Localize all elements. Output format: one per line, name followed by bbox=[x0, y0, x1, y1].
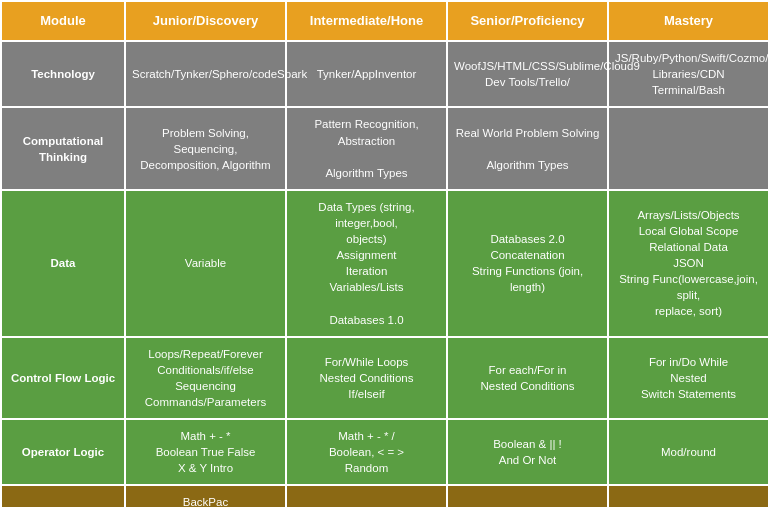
mastery-cell-computational bbox=[608, 107, 768, 189]
intermediate-cell-technology: Tynker/AppInventor bbox=[286, 41, 447, 107]
module-label-computational: Computational Thinking bbox=[1, 107, 125, 189]
row-functions: FunctionsBackPacInput/OutputMessagesBloc… bbox=[1, 485, 768, 507]
senior-cell-operator: Boolean & || !And Or Not bbox=[447, 419, 608, 485]
junior-cell-computational: Problem Solving, Sequencing,Decompositio… bbox=[125, 107, 286, 189]
junior-cell-functions: BackPacInput/OutputMessagesBlocks bbox=[125, 485, 286, 507]
senior-cell-computational: Real World Problem SolvingAlgorithm Type… bbox=[447, 107, 608, 189]
module-label-data: Data bbox=[1, 190, 125, 337]
intermediate-cell-controlflow: For/While LoopsNested ConditionsIf/elsei… bbox=[286, 337, 447, 419]
junior-cell-controlflow: Loops/Repeat/ForeverConditionals/if/else… bbox=[125, 337, 286, 419]
header-module: Module bbox=[1, 1, 125, 41]
junior-cell-operator: Math + - *Boolean True FalseX & Y Intro bbox=[125, 419, 286, 485]
mastery-cell-operator: Mod/round bbox=[608, 419, 768, 485]
intermediate-cell-computational: Pattern Recognition,AbstractionAlgorithm… bbox=[286, 107, 447, 189]
junior-cell-technology: Scratch/Tynker/Sphero/codeSpark bbox=[125, 41, 286, 107]
header-mastery: Mastery bbox=[608, 1, 768, 41]
module-label-controlflow: Control Flow Logic bbox=[1, 337, 125, 419]
senior-cell-data: Databases 2.0ConcatenationString Functio… bbox=[447, 190, 608, 337]
mastery-cell-controlflow: For in/Do WhileNestedSwitch Statements bbox=[608, 337, 768, 419]
row-technology: TechnologyScratch/Tynker/Sphero/codeSpar… bbox=[1, 41, 768, 107]
row-computational: Computational ThinkingProblem Solving, S… bbox=[1, 107, 768, 189]
senior-cell-functions: Parameters/Arguments bbox=[447, 485, 608, 507]
row-data: DataVariableData Types (string, integer,… bbox=[1, 190, 768, 337]
curriculum-table: Module Junior/Discovery Intermediate/Hon… bbox=[0, 0, 768, 507]
module-label-operator: Operator Logic bbox=[1, 419, 125, 485]
module-label-technology: Technology bbox=[1, 41, 125, 107]
row-controlflow: Control Flow LogicLoops/Repeat/ForeverCo… bbox=[1, 337, 768, 419]
mastery-cell-data: Arrays/Lists/ObjectsLocal Global ScopeRe… bbox=[608, 190, 768, 337]
junior-cell-data: Variable bbox=[125, 190, 286, 337]
senior-cell-controlflow: For each/For inNested Conditions bbox=[447, 337, 608, 419]
intermediate-cell-data: Data Types (string, integer,bool,objects… bbox=[286, 190, 447, 337]
intermediate-cell-functions: x & y Coordinates bbox=[286, 485, 447, 507]
mastery-cell-technology: JS/Ruby/Python/Swift/Cozmo/SpheroLibrari… bbox=[608, 41, 768, 107]
row-operator: Operator LogicMath + - *Boolean True Fal… bbox=[1, 419, 768, 485]
module-label-functions: Functions bbox=[1, 485, 125, 507]
header-row: Module Junior/Discovery Intermediate/Hon… bbox=[1, 1, 768, 41]
header-intermediate: Intermediate/Hone bbox=[286, 1, 447, 41]
header-senior: Senior/Proficiency bbox=[447, 1, 608, 41]
intermediate-cell-operator: Math + - * /Boolean, < = >Random bbox=[286, 419, 447, 485]
mastery-cell-functions: Statements/Expressions bbox=[608, 485, 768, 507]
senior-cell-technology: WoofJS/HTML/CSS/Sublime/Cloud9Dev Tools/… bbox=[447, 41, 608, 107]
header-junior: Junior/Discovery bbox=[125, 1, 286, 41]
